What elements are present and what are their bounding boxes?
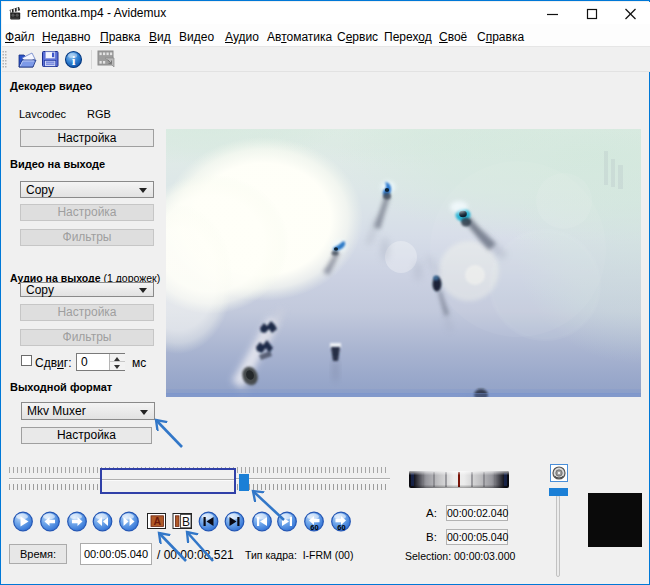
svg-text:i: i: [72, 53, 76, 68]
svg-text:A: A: [154, 515, 162, 527]
svg-text:B: B: [182, 515, 190, 529]
svg-text:60: 60: [337, 523, 345, 532]
svg-text:60: 60: [310, 523, 318, 532]
